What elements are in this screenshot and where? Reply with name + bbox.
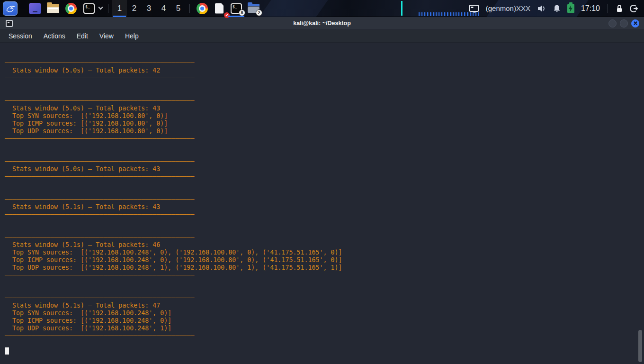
genmon-graph [419,12,479,16]
window-task-list: $_ 8 2 [194,0,262,17]
panel-separator [108,4,108,13]
window-count-badge: 2 [256,9,262,16]
chrome-launcher-button[interactable] [62,0,80,17]
terminal-icon: $_ [83,3,95,14]
chrome-icon [197,3,208,14]
workspace-5[interactable]: 5 [171,0,186,17]
display-icon[interactable] [469,4,479,13]
task-file-manager[interactable]: 2 [245,0,262,17]
terminal-menubar: SessionActionsEditViewHelp [0,30,644,43]
menu-actions[interactable]: Actions [38,30,71,42]
panel-separator [22,4,22,13]
terminal-mini-icon [6,20,13,27]
logout-icon[interactable] [630,4,638,13]
task-text-editor[interactable] [211,0,228,17]
window-titlebar[interactable]: kali@kali: ~/Desktop [0,17,644,30]
window-count-badge: 8 [239,9,245,16]
battery-icon[interactable] [567,4,574,13]
chrome-icon [65,3,77,14]
menu-session[interactable]: Session [3,30,38,42]
workspace-3[interactable]: 3 [142,0,156,17]
terminal-output: ────────────────────────────────────────… [0,43,644,340]
document-icon [215,3,224,14]
menu-edit[interactable]: Edit [71,30,94,42]
window-title: kali@kali: ~/Desktop [293,20,351,27]
menu-view[interactable]: View [94,30,119,42]
kali-logo-icon [3,1,18,16]
terminal-window: kali@kali: ~/Desktop SessionActionsEditV… [0,17,644,364]
desktop-launcher-button[interactable] [26,0,44,17]
menu-help[interactable]: Help [119,30,144,42]
minimize-button[interactable] [608,19,617,27]
workspace-1[interactable]: 1 [112,0,127,17]
panel-separator [608,4,608,13]
file-manager-launcher-button[interactable] [44,0,62,17]
chevron-down-icon[interactable] [98,5,103,10]
window-icon [29,3,41,14]
taskbar: $_ 12345 $_ 8 2 [0,0,644,17]
terminal-launcher-button[interactable]: $_ [80,0,98,17]
scrollbar-thumb[interactable] [638,330,642,362]
lock-screen-icon[interactable] [616,4,623,13]
maximize-button[interactable] [620,19,628,27]
close-button[interactable] [631,19,639,27]
workspace-2[interactable]: 2 [127,0,142,17]
workspace-switcher: 12345 [112,0,186,17]
terminal-content: ────────────────────────────────────────… [0,43,644,364]
terminal-cursor [5,347,9,355]
task-terminal[interactable]: $_ 8 [228,0,245,17]
task-chrome[interactable] [194,0,211,17]
wallpaper-cyan-marker [401,1,402,16]
panel-separator [189,4,190,13]
folder-icon [47,4,59,13]
workspace-4[interactable]: 4 [156,0,171,17]
app-menu-kali-button[interactable] [0,0,18,17]
wallpaper-decoration [259,0,328,17]
